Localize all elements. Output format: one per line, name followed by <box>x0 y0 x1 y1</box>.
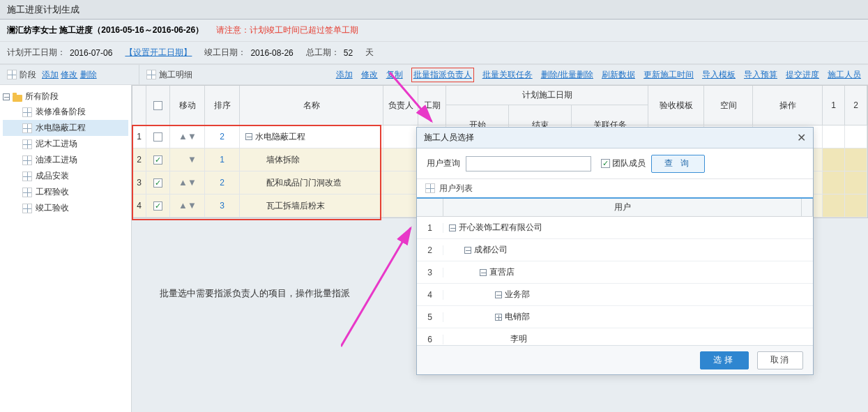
user-tree-row[interactable]: 4业务部 <box>417 284 813 306</box>
detail-import-template-link[interactable]: 导入模板 <box>702 69 736 81</box>
collapse-icon[interactable] <box>464 247 471 254</box>
tree-item[interactable]: 成品安装 <box>3 168 128 184</box>
grid-icon <box>146 70 156 79</box>
col-sort: 排序 <box>205 86 240 125</box>
user-name: 业务部 <box>505 289 530 300</box>
col-template: 验收模板 <box>648 86 704 125</box>
tree-item[interactable]: 装修准备阶段 <box>3 104 128 120</box>
project-title: 澜汇纺李女士 施工进度（2016-05-16～2016-06-26） <box>7 24 204 36</box>
collapse-icon[interactable] <box>245 133 252 140</box>
detail-workers-link[interactable]: 施工人员 <box>828 69 861 81</box>
row-checkbox[interactable] <box>153 201 162 211</box>
user-search-label: 用户查询 <box>427 158 460 169</box>
move-up-icon[interactable]: ▲ <box>178 178 187 188</box>
project-info-row: 澜汇纺李女士 施工进度（2016-05-16～2016-06-26） 请注意：计… <box>0 20 868 42</box>
move-down-icon[interactable]: ▼ <box>188 132 196 142</box>
sort-value: 2 <box>205 171 240 194</box>
detail-batch-assign-link[interactable]: 批量指派负责人 <box>411 68 474 82</box>
phase-add-link[interactable]: 添加 <box>42 69 59 81</box>
user-name: 电销部 <box>505 311 530 323</box>
tree-item-label: 泥木工进场 <box>36 138 77 150</box>
expand-icon[interactable] <box>495 314 502 321</box>
row-checkbox[interactable] <box>153 155 162 165</box>
user-tree-row[interactable]: 2成都公司 <box>417 239 813 261</box>
move-up-icon[interactable]: ▲ <box>178 132 187 142</box>
user-tree-row[interactable]: 1开心装饰工程有限公司 <box>417 217 813 239</box>
collapse-icon[interactable] <box>449 224 456 231</box>
detail-update-time-link[interactable]: 更新施工时间 <box>644 69 694 81</box>
task-name: 配和成品门门洞改造 <box>240 171 383 194</box>
plan-start-label: 计划开工日期： <box>7 47 66 59</box>
user-tree-row[interactable]: 6李明 <box>417 328 813 345</box>
detail-delete-link[interactable]: 删除/批量删除 <box>541 69 593 81</box>
tree-item-label: 装修准备阶段 <box>36 106 86 118</box>
grid-icon <box>22 188 32 197</box>
task-name: 墙体拆除 <box>240 148 383 171</box>
detail-copy-link[interactable]: 复制 <box>386 69 403 81</box>
row-checkbox[interactable] <box>153 178 162 188</box>
tree-item[interactable]: 泥木工进场 <box>3 136 128 152</box>
folder-icon <box>13 95 22 102</box>
select-all-checkbox[interactable] <box>153 101 162 110</box>
row-checkbox[interactable] <box>153 132 162 142</box>
move-up-icon[interactable]: ▲ <box>178 201 187 211</box>
row-index: 1 <box>132 125 146 148</box>
tree-item[interactable]: 竣工验收 <box>3 200 128 216</box>
overdue-warning: 请注意：计划竣工时间已超过签单工期 <box>216 24 358 36</box>
detail-section-label: 施工明细 <box>146 69 192 81</box>
row-index: 4 <box>132 194 146 217</box>
grid-icon <box>22 171 32 181</box>
phase-edit-link[interactable]: 修改 <box>61 69 77 81</box>
move-down-icon[interactable]: ▼ <box>188 178 196 188</box>
user-name: 开心装饰工程有限公司 <box>459 222 542 234</box>
row-index: 1 <box>417 223 443 233</box>
annotation-arrow-1 <box>341 221 425 353</box>
modal-title: 施工人员选择 <box>424 132 474 144</box>
user-search-input[interactable] <box>466 156 591 171</box>
user-name: 直营店 <box>489 266 515 278</box>
close-icon[interactable]: ✕ <box>797 131 806 144</box>
move-down-icon[interactable]: ▼ <box>188 201 196 211</box>
cancel-button[interactable]: 取消 <box>757 351 803 369</box>
annotation-text: 批量选中需要指派负责人的项目，操作批量指派 <box>160 287 350 300</box>
row-index: 5 <box>417 312 443 322</box>
row-index: 6 <box>417 335 443 344</box>
plan-start-value: 2016-07-06 <box>70 48 112 58</box>
tree-item[interactable]: 水电隐蔽工程 <box>3 120 128 136</box>
detail-import-budget-link[interactable]: 导入预算 <box>744 69 777 81</box>
col-owner: 负责人 <box>383 86 418 125</box>
end-date-label: 竣工日期： <box>204 47 246 59</box>
tree-item-label: 水电隐蔽工程 <box>36 122 86 134</box>
row-index: 3 <box>417 268 443 277</box>
tree-item-label: 油漆工进场 <box>36 154 77 166</box>
detail-refresh-link[interactable]: 刷新数据 <box>602 69 635 81</box>
row-index: 2 <box>417 245 443 255</box>
phase-section-label: 阶段 <box>7 69 36 81</box>
detail-submit-progress-link[interactable]: 提交进度 <box>786 69 819 81</box>
tree-root[interactable]: 所有阶段 <box>3 89 128 104</box>
user-tree-row[interactable]: 5电销部 <box>417 306 813 328</box>
select-button[interactable]: 选择 <box>700 351 749 369</box>
phase-delete-link[interactable]: 删除 <box>80 69 97 81</box>
set-start-date-link[interactable]: 【设置开工日期】 <box>125 47 192 59</box>
tree-item[interactable]: 油漆工进场 <box>3 152 128 168</box>
collapse-icon[interactable] <box>3 93 10 100</box>
tree-item-label: 竣工验收 <box>36 202 69 214</box>
detail-batch-relate-link[interactable]: 批量关联任务 <box>482 69 533 81</box>
detail-edit-link[interactable]: 修改 <box>361 69 378 81</box>
grid-icon <box>22 123 32 133</box>
collapse-icon[interactable] <box>480 269 487 276</box>
grid-icon <box>22 107 32 117</box>
sort-value: 3 <box>205 194 240 217</box>
user-tree-row[interactable]: 3直营店 <box>417 261 813 284</box>
sort-value: 1 <box>205 148 240 171</box>
tree-item-label: 成品安装 <box>36 170 69 182</box>
user-list-tab: 用户列表 <box>417 179 813 199</box>
tree-item[interactable]: 工程验收 <box>3 184 128 200</box>
team-member-checkbox[interactable] <box>601 159 610 168</box>
toolbar: 阶段 添加 修改 删除 施工明细 添加 修改 复制 批量指派负责人 批量关联任务… <box>0 64 868 85</box>
move-down-icon[interactable]: ▼ <box>188 155 196 165</box>
collapse-icon[interactable] <box>495 291 502 298</box>
detail-add-link[interactable]: 添加 <box>336 69 353 81</box>
search-button[interactable]: 查 询 <box>651 155 705 173</box>
